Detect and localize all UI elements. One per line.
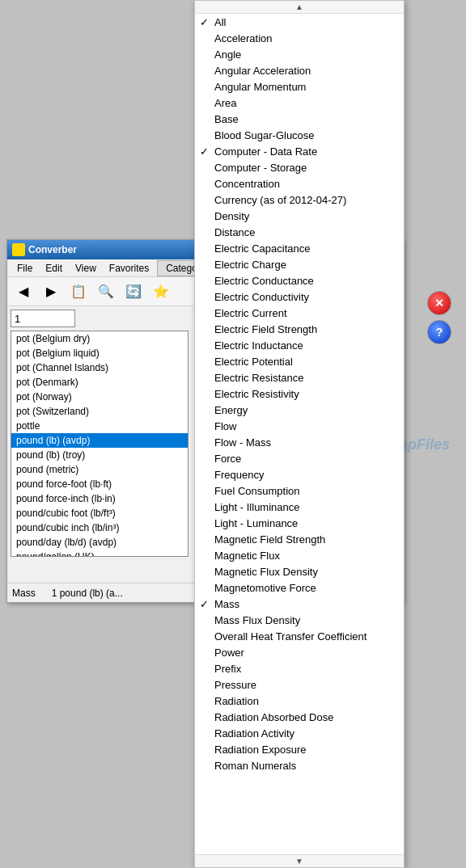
window-title: Converber [28,244,77,255]
dropdown-item[interactable]: Magnetic Flux Density [195,563,404,579]
dropdown-item[interactable]: Distance [195,224,404,240]
dropdown-item[interactable]: Angular Acceleration [195,62,404,78]
dropdown-item[interactable]: Fuel Consumption [195,482,404,499]
forward-button[interactable]: ▶ [38,280,64,303]
scroll-up-button[interactable]: ▲ [195,1,404,14]
unit-list-item[interactable]: pound/cubic inch (lb/in³) [11,520,188,535]
unit-list-item[interactable]: pound/day (lb/d) (avdp) [11,535,188,550]
dropdown-item[interactable]: Angle [195,46,404,62]
menu-view[interactable]: View [69,261,103,276]
unit-list-item[interactable]: pound/cubic foot (lb/ft³) [11,506,188,520]
dropdown-item-label: Magnetic Field Strength [214,533,325,546]
dropdown-item[interactable]: Radiation Activity [195,725,404,741]
unit-list-item[interactable]: pound (lb) (avdp) [11,433,188,448]
dropdown-item[interactable]: Magnetomotive Force [195,579,404,596]
unit-list-item[interactable]: pot (Norway) [11,390,188,404]
red-button[interactable]: ✕ [427,291,451,315]
dropdown-item-label: Force [214,453,241,465]
scroll-down-button[interactable]: ▼ [195,854,404,867]
dropdown-item[interactable]: Flow [195,418,404,434]
dropdown-item[interactable]: ✓Mass [195,596,404,612]
menu-favorites[interactable]: Favorites [103,261,155,276]
unit-list-item[interactable]: pound/gallon (UK) [11,550,188,557]
dropdown-item-label: Frequency [214,469,264,481]
dropdown-item[interactable]: Radiation [195,693,404,709]
dropdown-item[interactable]: Electric Resistance [195,369,404,386]
unit-list-item[interactable]: pot (Denmark) [11,375,188,390]
dropdown-item-label: Computer - Data Rate [214,145,317,158]
dropdown-item-label: Electric Inductance [214,339,303,352]
dropdown-item-label: Flow - Mass [214,436,271,449]
dropdown-item[interactable]: Electric Capacitance [195,240,404,256]
unit-list-item[interactable]: pot (Belgium dry) [11,331,188,346]
back-button[interactable]: ◀ [11,280,36,303]
status-category: Mass [12,588,36,599]
dropdown-item[interactable]: Concentration [195,175,404,192]
dropdown-item[interactable]: Computer - Storage [195,159,404,175]
dropdown-item-label: Radiation Absorbed Dose [214,711,333,723]
dropdown-item[interactable]: Radiation Absorbed Dose [195,709,404,725]
dropdown-item[interactable]: Area [195,95,404,111]
dropdown-item[interactable]: Blood Sugar-Glucose [195,127,404,143]
unit-list-item[interactable]: pot (Switzerland) [11,404,188,419]
unit-list-item[interactable]: pound (lb) (troy) [11,448,188,462]
dropdown-item[interactable]: Electric Conductivity [195,289,404,305]
status-value: 1 pound (lb) (a... [52,588,123,599]
refresh-button[interactable]: 🔄 [121,280,146,303]
menu-edit[interactable]: Edit [39,261,69,276]
dropdown-item-label: Flow [214,420,236,432]
dropdown-item[interactable]: Electric Conductance [195,272,404,289]
dropdown-item[interactable]: Angular Momentum [195,78,404,95]
dropdown-item[interactable]: Overall Heat Transfer Coefficient [195,628,404,644]
dropdown-item[interactable]: Frequency [195,466,404,482]
dropdown-item[interactable]: Electric Resistivity [195,386,404,402]
menu-file[interactable]: File [11,261,39,276]
dropdown-item[interactable]: Electric Charge [195,256,404,272]
dropdown-item[interactable]: Base [195,111,404,127]
dropdown-item[interactable]: Pressure [195,676,404,693]
copy-button[interactable]: 📋 [66,280,91,303]
dropdown-item[interactable]: Acceleration [195,30,404,46]
dropdown-item[interactable]: Prefix [195,660,404,676]
dropdown-item-label: Electric Resistivity [214,388,299,400]
dropdown-item[interactable]: Light - Illuminance [195,499,404,515]
dropdown-item[interactable]: Flow - Mass [195,434,404,450]
dropdown-item[interactable]: Roman Numerals [195,757,404,773]
check-icon: ✓ [200,145,214,158]
dropdown-item-label: Radiation Activity [214,727,294,739]
dropdown-item[interactable]: Mass Flux Density [195,612,404,628]
favorites-button[interactable]: ⭐ [148,280,174,303]
dropdown-item-label: Energy [214,404,248,416]
unit-list-item[interactable]: pound (metric) [11,462,188,477]
dropdown-item[interactable]: Energy [195,402,404,418]
dropdown-item[interactable]: Magnetic Field Strength [195,531,404,547]
dropdown-item[interactable]: ✓All [195,14,404,30]
dropdown-item-label: Magnetic Flux [214,550,280,562]
dropdown-item-label: Currency (as of 2012-04-27) [214,194,346,206]
dropdown-item[interactable]: Currency (as of 2012-04-27) [195,192,404,208]
unit-list-item[interactable]: pound force-inch (lb·in) [11,491,188,506]
dropdown-item[interactable]: Electric Current [195,305,404,321]
unit-list-item[interactable]: pound force-foot (lb·ft) [11,477,188,491]
value-input[interactable] [11,310,75,327]
dropdown-item[interactable]: Magnetic Flux [195,547,404,563]
unit-list-item[interactable]: pottle [11,419,188,433]
dropdown-item[interactable]: Electric Potential [195,353,404,369]
unit-list-item[interactable]: pot (Belgium liquid) [11,346,188,360]
category-dropdown: ▲ ✓AllAccelerationAngleAngular Accelerat… [194,0,405,868]
dropdown-item[interactable]: ✓Computer - Data Rate [195,143,404,159]
dropdown-item[interactable]: Light - Luminance [195,515,404,531]
dropdown-item[interactable]: Electric Inductance [195,337,404,353]
dropdown-item[interactable]: Radiation Exposure [195,741,404,757]
dropdown-item[interactable]: Power [195,644,404,660]
dropdown-item-label: Mass [214,598,239,610]
dropdown-item[interactable]: Force [195,450,404,466]
check-icon: ✓ [200,598,214,610]
search-button[interactable]: 🔍 [93,280,119,303]
dropdown-item[interactable]: Electric Field Strength [195,321,404,337]
unit-list-item[interactable]: pot (Channel Islands) [11,360,188,375]
dropdown-item-label: Electric Conductivity [214,291,309,303]
blue-button[interactable]: ? [427,320,451,344]
dropdown-item[interactable]: Density [195,208,404,224]
unit-list[interactable]: pot (Belgium dry)pot (Belgium liquid)pot… [11,331,189,557]
